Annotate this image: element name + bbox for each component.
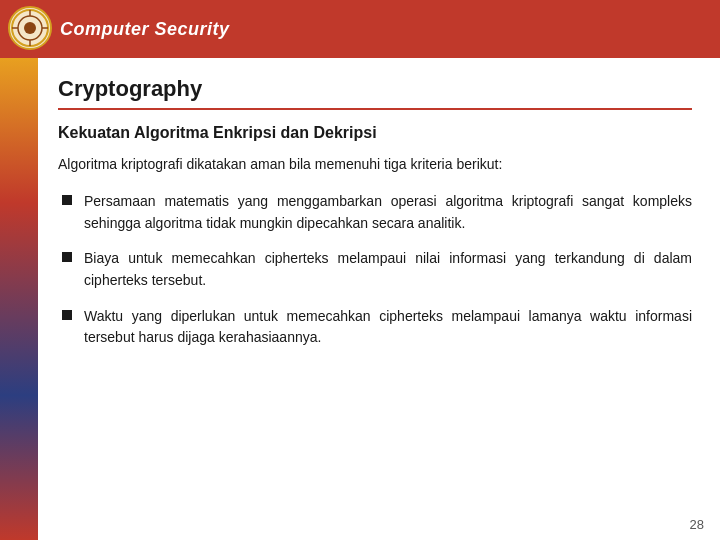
bullet-text-1: Persamaan matematis yang menggambarkan o… [84, 191, 692, 234]
page-number: 28 [690, 517, 704, 532]
bullet-square-3 [62, 310, 72, 320]
header-title: Computer Security [60, 19, 230, 40]
section-title: Kekuatan Algoritma Enkripsi dan Dekripsi [58, 124, 692, 142]
intro-text: Algoritma kriptografi dikatakan aman bil… [58, 154, 692, 175]
logo-icon [8, 6, 52, 50]
bullet-text-3: Waktu yang diperlukan untuk memecahkan c… [84, 306, 692, 349]
bullet-text-2: Biaya untuk memecahkan cipherteks melamp… [84, 248, 692, 291]
list-item: Biaya untuk memecahkan cipherteks melamp… [58, 248, 692, 291]
main-content: Cryptography Kekuatan Algoritma Enkripsi… [38, 58, 720, 540]
svg-point-2 [24, 22, 36, 34]
logo-area [8, 6, 52, 50]
list-item: Waktu yang diperlukan untuk memecahkan c… [58, 306, 692, 349]
bullet-list: Persamaan matematis yang menggambarkan o… [58, 191, 692, 349]
bullet-square-1 [62, 195, 72, 205]
left-stripe [0, 58, 38, 540]
page-subtitle: Cryptography [58, 76, 692, 110]
list-item: Persamaan matematis yang menggambarkan o… [58, 191, 692, 234]
header-bar: Computer Security [0, 0, 720, 58]
bullet-square-2 [62, 252, 72, 262]
